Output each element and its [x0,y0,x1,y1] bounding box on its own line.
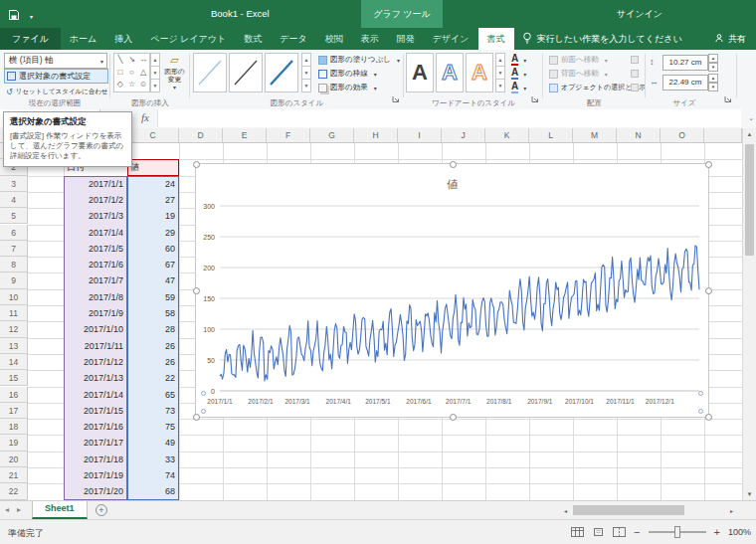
row-header-7[interactable]: 7 [0,241,28,257]
column-header-O[interactable]: O [661,128,704,143]
cell-value-row20[interactable]: 33 [127,452,175,467]
triangle-icon[interactable]: △ [137,67,149,80]
horizontal-scrollbar[interactable]: ◂ ▸ [557,503,740,517]
row-header-12[interactable]: 12 [0,321,28,337]
row-header-10[interactable]: 10 [0,289,28,305]
cell-date-row12[interactable]: 2017/1/10 [64,321,123,337]
row-header-18[interactable]: 18 [0,419,28,435]
cell-value-row13[interactable]: 26 [127,338,175,354]
bring-forward-button[interactable]: 前面へ移動 ▾ [547,53,627,67]
row-header-5[interactable]: 5 [0,208,28,224]
shape-width-input[interactable]: 22.49 cm [662,75,708,91]
zoom-slider[interactable] [649,531,706,533]
row-header-22[interactable]: 22 [0,483,28,499]
zoom-out-button[interactable]: − [634,526,640,538]
shape-outline-button[interactable]: 図形の枠線 ▾ [316,67,404,81]
cell-date-row9[interactable]: 2017/1/7 [64,272,123,288]
row-header-11[interactable]: 11 [0,305,28,321]
vertical-scrollbar[interactable]: ▲ ▼ [742,128,756,500]
cell-date-row15[interactable]: 2017/1/13 [64,370,123,386]
stepper-up-icon[interactable]: ▲ [708,74,718,83]
scroll-right-icon[interactable]: ▸ [725,507,738,514]
cell-value-row11[interactable]: 58 [127,305,175,321]
row-header-6[interactable]: 6 [0,225,28,241]
horizontal-scroll-thumb[interactable] [573,505,684,515]
column-header-J[interactable]: J [442,128,485,143]
ribbon-tab-1[interactable]: ホーム [61,28,105,50]
chart-selection-handle[interactable] [193,287,200,294]
size-dialog-launcher[interactable] [724,90,732,107]
cell-date-row16[interactable]: 2017/1/14 [64,387,123,403]
row-header-20[interactable]: 20 [0,452,28,467]
cell-date-row21[interactable]: 2017/1/19 [64,467,123,483]
row-header-16[interactable]: 16 [0,387,28,403]
gallery-down-icon[interactable]: ▼ [150,67,160,80]
column-header-C[interactable]: C [127,128,179,143]
cell-date-row7[interactable]: 2017/1/5 [64,241,123,257]
sheet-tab-sheet1[interactable]: Sheet1 [32,501,88,519]
row-header-15[interactable]: 15 [0,370,28,386]
send-backward-button[interactable]: 背面へ移動 ▾ [547,67,627,81]
cell-value-row19[interactable]: 49 [127,435,175,451]
chart-object[interactable]: 値0501001502002503002017/1/12017/2/12017/… [195,163,709,418]
gallery-up-icon[interactable]: ▲ [495,53,505,67]
axis-selection-handle[interactable] [698,391,703,396]
column-header-F[interactable]: F [267,128,310,143]
ribbon-tab-9[interactable]: デザイン [424,28,478,50]
ribbon-tab-2[interactable]: 挿入 [105,28,141,50]
axis-selection-handle[interactable] [201,409,206,414]
star-icon[interactable]: ☆ [126,79,138,91]
cell-date-row11[interactable]: 2017/1/9 [64,305,123,321]
text-fill-button[interactable]: A ▾ [511,54,529,66]
sheet-nav-left-icon[interactable]: ◂ [5,501,9,519]
chart-selection-handle[interactable] [705,161,712,168]
wordart-dialog-launcher[interactable] [531,90,539,107]
cell-value-row16[interactable]: 65 [127,387,175,403]
ribbon-tab-0[interactable]: ファイル [0,28,61,50]
cell-value-row17[interactable]: 73 [127,403,175,419]
column-header-I[interactable]: I [398,128,442,143]
row-header-9[interactable]: 9 [0,272,28,288]
shape-style-preset-2[interactable] [229,53,263,92]
line-icon[interactable]: ╲ [114,54,126,67]
ribbon-tab-6[interactable]: 校閲 [316,28,352,50]
row-header-4[interactable]: 4 [0,192,28,208]
ribbon-tab-5[interactable]: データ [271,28,315,50]
tell-me-box[interactable]: 実行したい作業を入力してください [522,28,682,50]
column-header-M[interactable]: M [573,128,617,143]
cell-value-row14[interactable]: 26 [127,354,175,370]
chart-selection-handle[interactable] [450,161,457,168]
wordart-style-preset-2[interactable]: A [436,53,464,92]
stepper-up-icon[interactable]: ▲ [708,54,718,63]
column-header-L[interactable]: L [529,128,573,143]
ribbon-tab-3[interactable]: ページ レイアウト [141,28,235,50]
cell-date-row10[interactable]: 2017/1/8 [64,289,123,305]
shape-style-preset-1[interactable] [193,53,227,92]
row-header-3[interactable]: 3 [0,176,28,192]
chart-selection-handle[interactable] [705,414,712,421]
ribbon-tab-7[interactable]: 表示 [352,28,388,50]
gallery-up-icon[interactable]: ▲ [301,53,311,67]
row-header-8[interactable]: 8 [0,257,28,272]
ribbon-tab-10[interactable]: 書式 [478,28,514,50]
cell-date-row13[interactable]: 2017/1/11 [64,338,123,354]
cell-date-row20[interactable]: 2017/1/18 [64,452,123,467]
cell-date-row19[interactable]: 2017/1/17 [64,435,123,451]
gallery-down-icon[interactable]: ▼ [301,67,311,80]
page-break-view-button[interactable] [613,523,626,541]
chart-elements-combobox[interactable]: 横 (項目) 軸 ▾ [4,53,107,69]
gallery-more-icon[interactable]: ▼ [301,80,311,92]
zoom-in-button[interactable]: + [714,526,720,538]
save-icon[interactable] [8,7,20,25]
change-shape-button[interactable]: ▱ 図形の変更 ▾ [161,54,188,91]
cell-C2-value-header[interactable]: 値 [130,159,176,175]
wordart-style-preset-3[interactable]: A [466,53,493,92]
row-header-14[interactable]: 14 [0,354,28,370]
column-header-N[interactable]: N [617,128,661,143]
zoom-slider-thumb[interactable] [674,526,680,538]
sheet-nav-right-icon[interactable]: ▸ [17,501,21,519]
gallery-down-icon[interactable]: ▼ [495,67,505,80]
shape-height-input[interactable]: 10.27 cm [662,55,708,71]
column-header-H[interactable]: H [354,128,398,143]
cell-date-row3[interactable]: 2017/1/1 [64,176,123,192]
